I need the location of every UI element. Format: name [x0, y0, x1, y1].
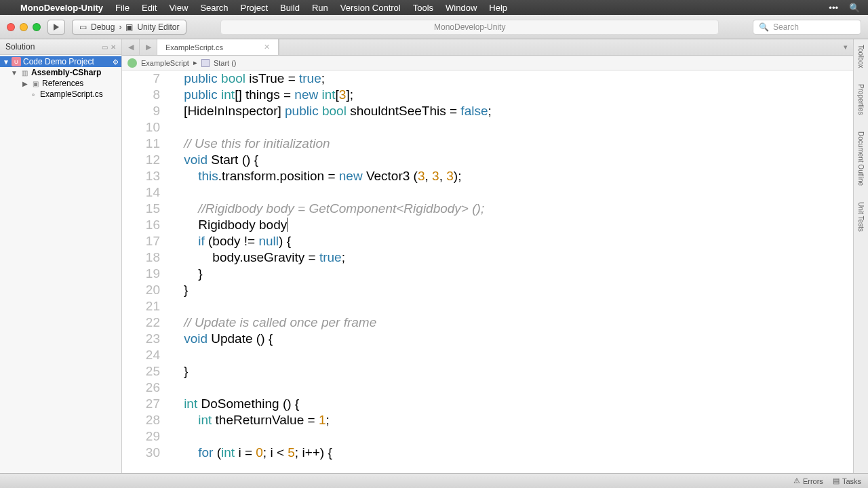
device-icon: ▭: [79, 22, 87, 32]
tab-bar: ◀ ▶ ExampleScript.cs ✕ ▾: [122, 39, 853, 56]
app-menu[interactable]: MonoDevelop-Unity: [20, 3, 103, 13]
tasks-pad-button[interactable]: ▤ Tasks: [833, 476, 861, 485]
toolbar: ▭ Debug › ▣ Unity Editor MonoDevelop-Uni…: [0, 15, 868, 39]
menu-project[interactable]: Project: [241, 3, 268, 13]
build-config-selector[interactable]: ▭ Debug › ▣ Unity Editor: [72, 20, 186, 35]
menu-view[interactable]: View: [169, 3, 188, 13]
properties-panel-tab[interactable]: Properties: [857, 84, 865, 115]
target-icon: ▣: [125, 22, 133, 32]
class-icon: [127, 58, 137, 68]
chevron-right-icon: ›: [119, 22, 121, 32]
search-icon: 🔍: [759, 22, 769, 32]
toolbox-panel-tab[interactable]: Toolbox: [857, 45, 865, 68]
macos-menubar: MonoDevelop-Unity File Edit View Search …: [0, 0, 868, 15]
tab-menu-chevron-icon[interactable]: ▾: [844, 43, 848, 52]
run-button[interactable]: [47, 20, 65, 35]
spotlight-icon[interactable]: 🔍: [849, 3, 860, 13]
editor: ◀ ▶ ExampleScript.cs ✕ ▾ ExampleScript ▸…: [122, 39, 853, 473]
solution-panel-title: Solution: [5, 42, 35, 52]
overflow-icon[interactable]: •••: [829, 3, 838, 13]
svg-marker-0: [54, 24, 59, 30]
menu-version-control[interactable]: Version Control: [340, 3, 401, 13]
chevron-right-icon: ▸: [193, 58, 197, 67]
project-options-icon[interactable]: ⚙: [113, 58, 119, 66]
breadcrumb[interactable]: ExampleScript ▸ Start (): [122, 56, 853, 70]
code-editor[interactable]: 7891011121314151617181920212223242526272…: [122, 70, 853, 473]
errors-pad-button[interactable]: ⚠ Errors: [793, 476, 823, 485]
right-tool-strip: Toolbox Properties Document Outline Unit…: [853, 39, 868, 473]
solution-sidebar: Solution ▭✕ ▼U Code Demo Project ⚙ ▼▥ As…: [0, 39, 122, 473]
nav-back-button[interactable]: ◀: [122, 39, 140, 55]
solution-panel-header: Solution ▭✕: [0, 39, 121, 55]
status-bar: ⚠ Errors ▤ Tasks: [0, 473, 868, 488]
zoom-window-button[interactable]: [33, 23, 41, 31]
menu-tools[interactable]: Tools: [413, 3, 433, 13]
document-outline-panel-tab[interactable]: Document Outline: [857, 131, 865, 186]
unit-tests-panel-tab[interactable]: Unit Tests: [857, 202, 865, 232]
panel-close-icon[interactable]: ✕: [111, 43, 116, 51]
window-controls: [7, 23, 41, 31]
nav-forward-button[interactable]: ▶: [140, 39, 157, 55]
menu-search[interactable]: Search: [200, 3, 228, 13]
method-icon: [201, 59, 210, 67]
minimize-window-button[interactable]: [20, 23, 28, 31]
tab-close-icon[interactable]: ✕: [264, 43, 270, 52]
references-node[interactable]: ▶▣ References: [0, 78, 121, 89]
menu-edit[interactable]: Edit: [142, 3, 157, 13]
menu-build[interactable]: Build: [280, 3, 300, 13]
assembly-node[interactable]: ▼▥ Assembly-CSharp: [0, 67, 121, 78]
search-input[interactable]: 🔍 Search: [753, 20, 861, 35]
tab-examplescript[interactable]: ExampleScript.cs ✕: [157, 39, 279, 55]
menu-help[interactable]: Help: [489, 3, 507, 13]
csharp-file-icon: ▫: [28, 89, 38, 99]
solution-tree[interactable]: ▼U Code Demo Project ⚙ ▼▥ Assembly-CShar…: [0, 55, 121, 473]
panel-minimize-icon[interactable]: ▭: [102, 43, 108, 51]
menu-run[interactable]: Run: [312, 3, 328, 13]
menu-file[interactable]: File: [115, 3, 130, 13]
file-node[interactable]: ▫ ExampleScript.cs: [0, 89, 121, 100]
close-window-button[interactable]: [7, 23, 15, 31]
menu-window[interactable]: Window: [446, 3, 477, 13]
project-node[interactable]: ▼U Code Demo Project ⚙: [0, 56, 121, 67]
window-title: MonoDevelop-Unity: [220, 20, 719, 35]
